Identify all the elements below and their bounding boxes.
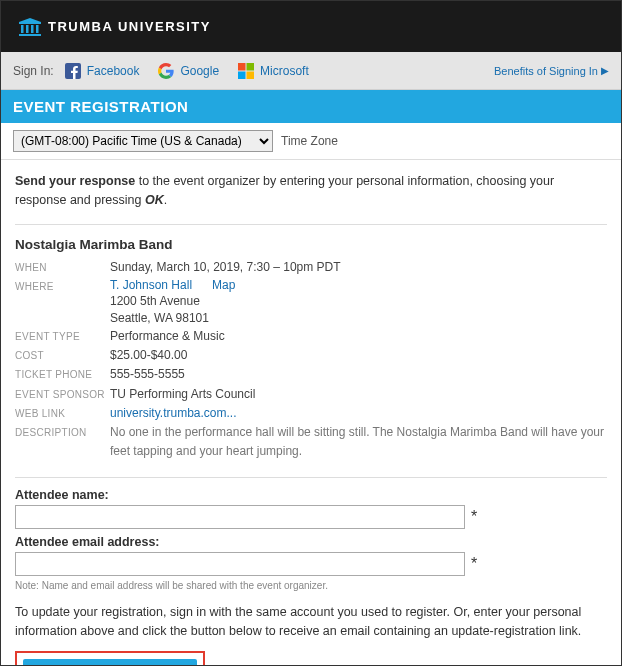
signin-microsoft-label: Microsoft (260, 64, 309, 78)
svg-marker-0 (19, 18, 41, 24)
description-value: No one in the performance hall will be s… (110, 423, 607, 461)
brand-text: TRUMBA UNIVERSITY (48, 19, 211, 34)
svg-rect-10 (247, 71, 255, 79)
required-mark: * (471, 555, 477, 573)
svg-rect-4 (36, 25, 39, 33)
timezone-select[interactable]: (GMT-08:00) Pacific Time (US & Canada) (13, 130, 273, 152)
signin-bar: Sign In: Facebook Google Microsoft Benef… (1, 52, 621, 90)
when-label: WHEN (15, 258, 110, 277)
email-registration-button[interactable]: ✔ Email Registration Link (23, 659, 197, 666)
when-value: Sunday, March 10, 2019, 7:30 – 10pm PDT (110, 258, 607, 277)
form-section: Attendee name: * Attendee email address:… (15, 477, 607, 666)
attendee-name-label: Attendee name: (15, 488, 607, 502)
svg-rect-9 (238, 71, 246, 79)
ticketphone-label: TICKET PHONE (15, 365, 110, 384)
eventtype-value: Performance & Music (110, 327, 607, 346)
signin-google[interactable]: Google (157, 62, 219, 80)
timezone-row: (GMT-08:00) Pacific Time (US & Canada) T… (1, 123, 621, 160)
map-link[interactable]: Map (212, 278, 235, 292)
microsoft-icon (237, 62, 255, 80)
signin-facebook[interactable]: Facebook (64, 62, 140, 80)
attendee-email-label: Attendee email address: (15, 535, 607, 549)
required-mark: * (471, 508, 477, 526)
intro-text: Send your response to the event organize… (15, 172, 607, 210)
signin-microsoft[interactable]: Microsoft (237, 62, 309, 80)
signin-facebook-label: Facebook (87, 64, 140, 78)
app-header: TRUMBA UNIVERSITY (1, 1, 621, 52)
facebook-icon (64, 62, 82, 80)
benefits-link[interactable]: Benefits of Signing In ▶ (494, 65, 609, 77)
weblink-label: WEB LINK (15, 404, 110, 423)
google-icon (157, 62, 175, 80)
svg-rect-3 (31, 25, 34, 33)
chevron-right-icon: ▶ (601, 65, 609, 76)
cost-value: $25.00-$40.00 (110, 346, 607, 365)
logo-icon (19, 18, 41, 36)
signin-google-label: Google (180, 64, 219, 78)
attendee-name-input[interactable] (15, 505, 465, 529)
venue-link[interactable]: T. Johnson Hall (110, 278, 192, 292)
svg-rect-5 (19, 34, 41, 36)
event-title: Nostalgia Marimba Band (15, 237, 607, 252)
where-value: T. Johnson Hall Map 1200 5th Avenue Seat… (110, 277, 607, 327)
eventtype-label: EVENT TYPE (15, 327, 110, 346)
share-note: Note: Name and email address will be sha… (15, 580, 607, 591)
timezone-label: Time Zone (281, 134, 338, 148)
svg-rect-2 (26, 25, 29, 33)
sponsor-value: TU Performing Arts Council (110, 385, 607, 404)
sponsor-label: EVENT SPONSOR (15, 385, 110, 404)
svg-rect-8 (247, 63, 255, 71)
email-button-highlight: ✔ Email Registration Link (15, 651, 205, 666)
update-text: To update your registration, sign in wit… (15, 603, 607, 641)
svg-rect-7 (238, 63, 246, 71)
cost-label: COST (15, 346, 110, 365)
attendee-email-input[interactable] (15, 552, 465, 576)
signin-label: Sign In: (13, 64, 54, 78)
event-card: Nostalgia Marimba Band WHENSunday, March… (15, 224, 607, 472)
description-label: DESCRIPTION (15, 423, 110, 461)
ticketphone-value: 555-555-5555 (110, 365, 607, 384)
page-title: EVENT REGISTRATION (1, 90, 621, 123)
where-label: WHERE (15, 277, 110, 327)
weblink-value[interactable]: university.trumba.com... (110, 406, 236, 420)
svg-rect-1 (21, 25, 24, 33)
